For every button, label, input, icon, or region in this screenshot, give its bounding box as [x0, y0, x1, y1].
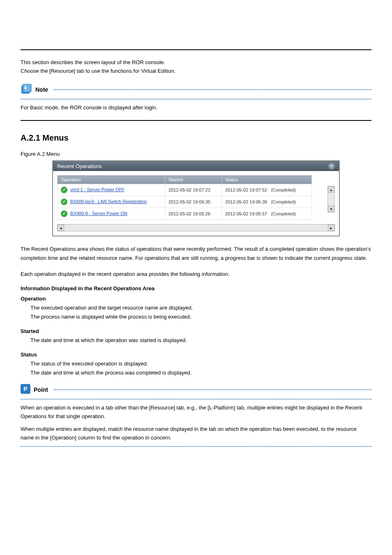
- cell-status: 2012-05-02 19:05:57 (Completed): [222, 208, 312, 220]
- point-content-2: When multiple entries are displayed, mat…: [21, 425, 371, 442]
- point-icon: P: [21, 384, 30, 394]
- operation-link[interactable]: BX600-lan3 - LAN Switch Registration: [70, 199, 147, 204]
- started-label: Started: [21, 328, 371, 334]
- cell-status: 2012-05-02 19:07:52 (Completed): [222, 184, 312, 196]
- collapse-icon[interactable]: ▼: [328, 163, 335, 169]
- operation-label: Operation: [21, 296, 371, 302]
- info-title: Information Displayed in the Recent Oper…: [21, 285, 371, 291]
- body-p2: Each operation displayed in the recent o…: [21, 270, 371, 279]
- dotted-divider: [54, 89, 371, 90]
- col-status[interactable]: Status: [222, 176, 312, 184]
- cell-started: 2012-05-02 19:07:22: [165, 184, 221, 196]
- recent-operations-panel: Recent Operations ▼ Operation Started St…: [52, 160, 340, 236]
- table-row: ✔ vm3-1 - Server Power OFF 2012-05-02 19…: [58, 184, 312, 196]
- dotted-divider-full-3: [21, 446, 371, 447]
- point-label: Point: [34, 384, 48, 395]
- dotted-divider-full-2: [21, 399, 371, 400]
- operation-link[interactable]: vm3-1 - Server Power OFF: [70, 187, 125, 192]
- operation-desc: The executed operation and the target re…: [30, 303, 371, 321]
- subsection-title: A.2.1 Menus: [21, 133, 371, 143]
- panel-header: Recent Operations ▼: [53, 161, 339, 171]
- operation-link[interactable]: BX900-8 - Server Power ON: [70, 211, 127, 216]
- point-content-1: When an operation is executed in a tab o…: [21, 404, 371, 421]
- col-operation[interactable]: Operation: [58, 176, 165, 184]
- started-desc: The date and time at which the operation…: [30, 336, 371, 345]
- dotted-divider: [54, 389, 371, 390]
- cell-started: 2012-05-02 19:06:35: [165, 196, 221, 208]
- scroll-left-icon[interactable]: ◄: [58, 224, 64, 231]
- panel-title: Recent Operations: [57, 163, 101, 169]
- vertical-scrollbar[interactable]: ▲ ▼: [327, 186, 335, 213]
- scroll-right-icon[interactable]: ►: [328, 224, 334, 231]
- check-icon: ✔: [61, 210, 67, 217]
- table-row: ✔ BX600-lan3 - LAN Switch Registration 2…: [58, 196, 312, 208]
- note-label: Note: [35, 84, 48, 95]
- operations-table: Operation Started Status ✔ vm3-1 - Serve…: [57, 175, 312, 220]
- cell-status: 2012-05-02 19:06:38 (Completed): [222, 196, 312, 208]
- cell-started: 2012-05-02 19:05:26: [165, 208, 221, 220]
- table-row: ✔ BX900-8 - Server Power ON 2012-05-02 1…: [58, 208, 312, 220]
- note-content: For Basic mode, the ROR console is displ…: [21, 104, 371, 112]
- intro-para-2: Choose the [Resource] tab to use the fun…: [21, 67, 371, 76]
- col-started[interactable]: Started: [165, 176, 221, 184]
- check-icon: ✔: [61, 199, 67, 205]
- figure-caption: Figure A.2 Menu: [21, 151, 371, 157]
- status-label: Status: [21, 352, 371, 358]
- scroll-down-icon[interactable]: ▼: [328, 206, 334, 212]
- dotted-divider-full-1: [21, 99, 371, 99]
- scroll-up-icon[interactable]: ▲: [328, 186, 334, 193]
- note-icon: [21, 84, 32, 95]
- status-desc: The status of the executed operation is …: [30, 359, 371, 377]
- horizontal-scrollbar[interactable]: ◄ ►: [57, 224, 335, 231]
- intro-para-1: This section describes the screen layout…: [21, 58, 371, 67]
- body-p1: The Recent Operations area shows the sta…: [21, 245, 371, 263]
- check-icon: ✔: [61, 187, 67, 193]
